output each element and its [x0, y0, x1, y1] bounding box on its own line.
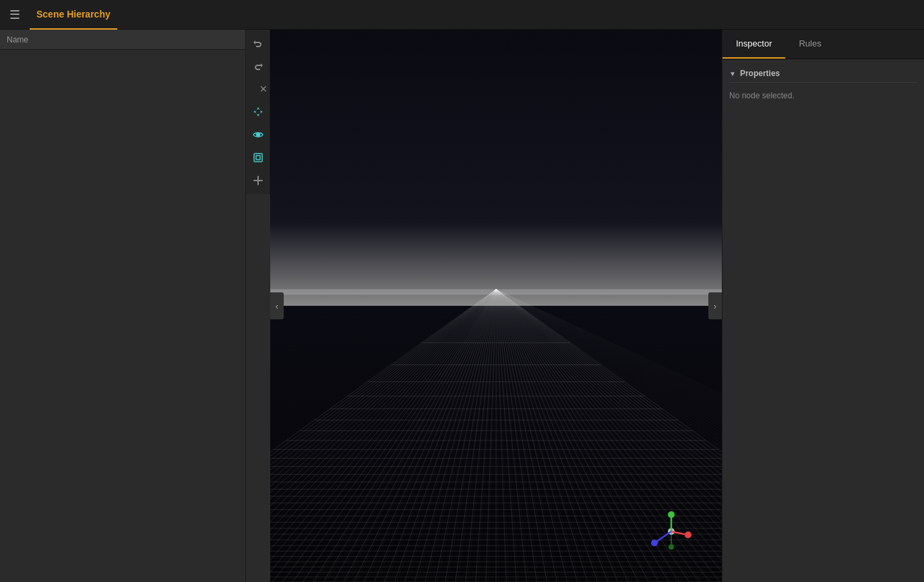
svg-marker-0 [257, 107, 259, 117]
name-column-label: Name [7, 35, 28, 44]
redo-button[interactable] [247, 55, 269, 77]
svg-point-11 [651, 540, 658, 546]
properties-header: ▼ Properties [729, 65, 917, 83]
tab-rules-label: Rules [799, 38, 821, 48]
svg-rect-3 [254, 154, 262, 162]
top-bar: ☰ Scene Hierarchy [0, 0, 924, 30]
hierarchy-name-column: Name [0, 30, 35, 49]
hierarchy-header: Name [0, 30, 245, 50]
no-node-label: No node selected. [729, 91, 795, 100]
hierarchy-content[interactable] [0, 50, 245, 582]
collapse-left-button[interactable]: ‹ [270, 292, 284, 319]
tab-rules[interactable]: Rules [785, 30, 834, 59]
svg-marker-1 [253, 110, 263, 113]
viewport-canvas[interactable] [270, 30, 722, 582]
undo-button[interactable] [247, 32, 269, 54]
svg-point-2 [256, 133, 259, 137]
scene-title-label: Scene Hierarchy [36, 9, 111, 20]
properties-section: ▼ Properties No node selected. [722, 59, 924, 108]
viewport-area: ✕ [246, 30, 722, 582]
add-button[interactable] [247, 170, 269, 191]
svg-rect-4 [256, 156, 260, 160]
hamburger-button[interactable]: ☰ [0, 0, 30, 30]
properties-arrow: ▼ [729, 70, 736, 77]
frame-button[interactable] [247, 147, 269, 168]
scene-hierarchy-tab[interactable]: Scene Hierarchy [30, 0, 117, 30]
inspector-tabs: Inspector Rules [722, 30, 924, 59]
main-layout: Name ✕ [0, 30, 924, 582]
inspector-panel: Inspector Rules ▼ Properties No node sel… [722, 30, 924, 582]
properties-title: Properties [740, 69, 780, 78]
grid-canvas [270, 30, 722, 582]
hamburger-icon: ☰ [9, 7, 20, 22]
tab-inspector[interactable]: Inspector [722, 30, 785, 59]
cut-button[interactable]: ✕ [247, 78, 269, 100]
tab-inspector-label: Inspector [736, 38, 772, 48]
move-button[interactable] [247, 101, 269, 123]
toolbar: ✕ [246, 30, 270, 194]
transform-gizmo [648, 508, 695, 555]
collapse-right-button[interactable]: › [708, 292, 722, 319]
collapse-left-icon: ‹ [276, 301, 278, 311]
eye-button[interactable] [247, 124, 269, 146]
svg-point-7 [668, 511, 675, 518]
svg-point-13 [669, 544, 674, 550]
scene-hierarchy-panel: Name [0, 30, 246, 582]
collapse-right-icon: › [714, 301, 716, 311]
svg-point-9 [685, 531, 691, 538]
no-node-text: No node selected. [729, 88, 917, 103]
